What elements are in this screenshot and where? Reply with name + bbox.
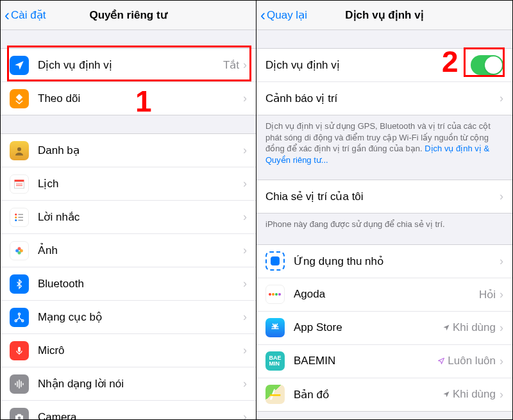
appstore-icon: [265, 318, 285, 337]
row-location-services[interactable]: Dịch vụ định vị Tắt ›: [1, 49, 256, 82]
svg-point-26: [272, 293, 274, 296]
row-label: Micrô: [38, 344, 243, 357]
svg-point-5: [15, 214, 17, 215]
chevron-right-icon: ›: [243, 244, 247, 257]
back-label: Quay lại: [267, 8, 307, 22]
svg-point-14: [15, 249, 19, 252]
content: Dịch vụ định vị Cảnh báo vị trí › Dịch v…: [256, 30, 512, 419]
header: ‹ Quay lại Dịch vụ định vị: [256, 1, 512, 30]
row-label: Ảnh: [38, 244, 243, 257]
row-speech[interactable]: Nhận dạng lời nói ›: [1, 367, 256, 401]
chevron-right-icon: ›: [243, 58, 247, 72]
row-label: Cảnh báo vị trí: [265, 92, 500, 105]
svg-point-15: [19, 313, 21, 315]
camera-icon: [10, 408, 29, 420]
group-apps: Danh bạ › Lịch › Lời nhắc ›: [1, 133, 256, 419]
svg-point-25: [269, 293, 271, 296]
row-label: App Store: [294, 321, 442, 334]
row-label: Agoda: [294, 288, 479, 301]
chevron-right-icon: ›: [500, 388, 503, 401]
location-toggle[interactable]: [471, 55, 503, 75]
chevron-right-icon: ›: [243, 310, 247, 324]
reminders-icon: [10, 208, 29, 227]
row-local-network[interactable]: Mạng cục bộ ›: [1, 301, 256, 334]
description: Dịch vụ định vị sử dụng GPS, Bluetooth v…: [256, 115, 512, 171]
row-label: Lịch: [38, 177, 243, 190]
row-agoda[interactable]: Agoda Hỏi ›: [256, 278, 512, 312]
agoda-icon: [265, 285, 285, 304]
localnet-icon: [10, 308, 29, 327]
row-reminders[interactable]: Lời nhắc ›: [1, 201, 256, 234]
svg-point-0: [17, 147, 21, 151]
svg-rect-18: [18, 347, 21, 352]
row-value: Khi dùng: [453, 321, 496, 334]
location-icon: [10, 56, 29, 75]
row-label: Ứng dụng thu nhỏ: [294, 255, 500, 268]
chevron-right-icon: ›: [243, 92, 247, 105]
share-footer: iPhone này đang được sử dụng để chia sẻ …: [256, 214, 512, 235]
row-label: Lời nhắc: [38, 210, 243, 224]
row-photos[interactable]: Ảnh ›: [1, 234, 256, 267]
maps-icon: [265, 385, 285, 404]
back-button[interactable]: ‹ Quay lại: [256, 6, 307, 24]
row-share-location[interactable]: Chia sẻ vị trí của tôi ›: [256, 180, 512, 214]
row-appstore[interactable]: App Store Khi dùng ›: [256, 312, 512, 345]
svg-point-7: [15, 219, 17, 221]
row-maps[interactable]: Bản đồ Khi dùng ›: [256, 378, 512, 412]
row-location-toggle: Dịch vụ định vị: [256, 49, 512, 82]
tracking-icon: [10, 89, 29, 108]
chevron-left-icon: ‹: [260, 6, 265, 24]
speech-icon: [10, 374, 29, 394]
contacts-icon: [10, 141, 29, 160]
row-label: Bản đồ: [294, 388, 442, 401]
row-camera[interactable]: Camera ›: [1, 401, 256, 419]
row-bluetooth[interactable]: Bluetooth ›: [1, 267, 256, 301]
row-contacts[interactable]: Danh bạ ›: [1, 134, 256, 167]
group-location: Dịch vụ định vị Tắt › Theo dõi ›: [1, 48, 256, 115]
row-label: Dịch vụ định vị: [38, 58, 223, 72]
row-microphone[interactable]: Micrô ›: [1, 334, 256, 367]
chevron-right-icon: ›: [243, 277, 247, 290]
row-baemin[interactable]: BAEMIN BAEMIN Luôn luôn ›: [256, 345, 512, 378]
bluetooth-icon: [10, 274, 29, 294]
row-label: Nhận dạng lời nói: [38, 377, 243, 391]
location-arrow-icon: [437, 357, 445, 365]
header: ‹ Cài đặt Quyền riêng tư: [1, 1, 256, 30]
row-label: Theo dõi: [38, 92, 243, 105]
row-label: Camera: [38, 411, 243, 420]
svg-point-24: [18, 416, 21, 419]
baemin-icon: BAEMIN: [265, 351, 285, 371]
chevron-left-icon: ‹: [4, 6, 10, 24]
row-label: Dịch vụ định vị: [265, 58, 471, 72]
appclips-icon: [265, 251, 285, 271]
chevron-right-icon: ›: [500, 288, 503, 301]
back-button[interactable]: ‹ Cài đặt: [1, 6, 46, 24]
chevron-right-icon: ›: [500, 355, 503, 368]
row-value: Luôn luôn: [448, 355, 496, 367]
content: Dịch vụ định vị Tắt › Theo dõi › Danh bạ…: [1, 30, 256, 419]
chevron-right-icon: ›: [243, 144, 247, 157]
svg-rect-1: [15, 180, 24, 181]
row-label: BAEMIN: [294, 355, 437, 367]
privacy-panel: ‹ Cài đặt Quyền riêng tư Dịch vụ định vị…: [1, 1, 256, 419]
row-value: Tắt: [223, 58, 239, 72]
chevron-right-icon: ›: [500, 190, 503, 203]
row-value: Khi dùng: [453, 388, 496, 401]
photos-icon: [10, 241, 29, 260]
chevron-right-icon: ›: [243, 210, 247, 224]
row-label: Chia sẻ vị trí của tôi: [265, 190, 500, 203]
row-label: Bluetooth: [38, 278, 243, 290]
row-label: Danh bạ: [38, 144, 243, 157]
row-tracking[interactable]: Theo dõi ›: [1, 82, 256, 115]
svg-point-6: [15, 216, 17, 218]
row-location-alerts[interactable]: Cảnh báo vị trí ›: [256, 82, 512, 115]
mic-icon: [10, 341, 29, 360]
chevron-right-icon: ›: [243, 410, 247, 419]
svg-rect-2: [15, 181, 24, 188]
calendar-icon: [10, 174, 29, 194]
group-apps: Ứng dụng thu nhỏ › Agoda Hỏi › App Store…: [256, 244, 512, 412]
row-calendar[interactable]: Lịch ›: [1, 167, 256, 201]
row-app-clips[interactable]: Ứng dụng thu nhỏ ›: [256, 245, 512, 278]
group-service: Dịch vụ định vị Cảnh báo vị trí ›: [256, 48, 512, 115]
chevron-right-icon: ›: [500, 321, 503, 335]
